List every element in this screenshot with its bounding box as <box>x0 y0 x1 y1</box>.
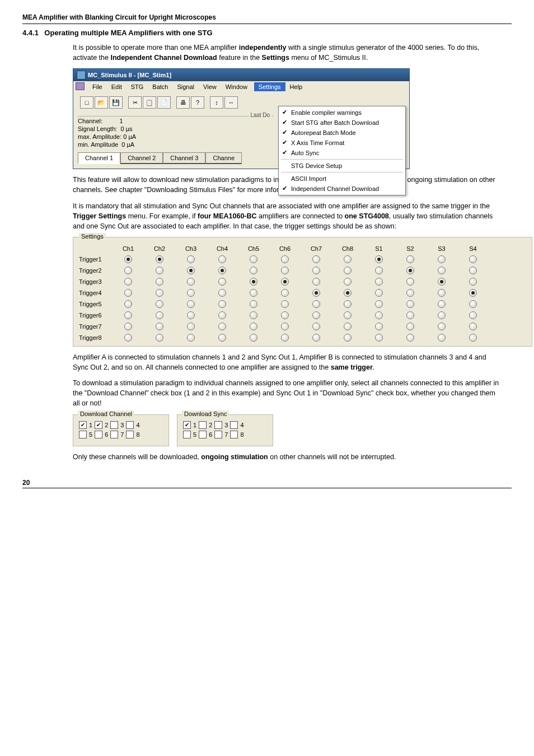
radio-button[interactable] <box>250 278 257 286</box>
radio-button[interactable] <box>438 289 446 297</box>
radio-button[interactable] <box>438 255 446 263</box>
radio-button[interactable] <box>438 311 446 319</box>
radio-button[interactable] <box>344 255 352 263</box>
radio-button[interactable] <box>156 278 163 286</box>
radio-button[interactable] <box>469 334 477 342</box>
dl-sync-checkbox-3[interactable] <box>214 421 222 429</box>
radio-button[interactable] <box>406 267 414 274</box>
radio-button[interactable] <box>124 300 132 308</box>
down-icon[interactable]: ↕ <box>210 96 223 109</box>
di-start-stg-after-batch[interactable]: ✔Start STG after Batch Download <box>279 118 405 128</box>
radio-button[interactable] <box>218 300 226 308</box>
dl-channel-checkbox-5[interactable] <box>79 431 87 438</box>
menu-edit[interactable]: Edit <box>107 82 127 91</box>
radio-button[interactable] <box>124 311 132 319</box>
dl-channel-checkbox-1[interactable] <box>79 421 87 429</box>
radio-button[interactable] <box>250 255 257 263</box>
radio-button[interactable] <box>281 255 289 263</box>
radio-button[interactable] <box>187 311 195 319</box>
radio-button[interactable] <box>156 255 163 263</box>
radio-button[interactable] <box>124 267 132 274</box>
radio-button[interactable] <box>344 334 352 342</box>
menu-batch[interactable]: Batch <box>148 82 172 91</box>
radio-button[interactable] <box>375 255 383 263</box>
di-auto-sync[interactable]: ✔Auto Sync <box>279 148 405 158</box>
radio-button[interactable] <box>312 311 320 319</box>
radio-button[interactable] <box>124 255 132 263</box>
menu-settings[interactable]: Settings <box>254 82 285 91</box>
dl-channel-checkbox-7[interactable] <box>110 431 118 438</box>
radio-button[interactable] <box>406 255 414 263</box>
radio-button[interactable] <box>312 289 320 297</box>
dl-sync-checkbox-8[interactable] <box>230 431 238 438</box>
menu-file[interactable]: File <box>88 82 107 91</box>
radio-button[interactable] <box>312 278 320 286</box>
radio-button[interactable] <box>281 311 289 319</box>
di-autorepeat-batch[interactable]: ✔Autorepeat Batch Mode <box>279 128 405 138</box>
radio-button[interactable] <box>187 334 195 342</box>
dl-sync-checkbox-7[interactable] <box>214 431 222 438</box>
radio-button[interactable] <box>124 289 132 297</box>
radio-button[interactable] <box>218 255 226 263</box>
save-icon[interactable]: 💾 <box>109 96 123 109</box>
radio-button[interactable] <box>406 289 414 297</box>
radio-button[interactable] <box>281 278 289 286</box>
radio-button[interactable] <box>406 311 414 319</box>
dl-channel-checkbox-2[interactable] <box>95 421 102 429</box>
radio-button[interactable] <box>469 323 477 330</box>
radio-button[interactable] <box>469 267 477 274</box>
radio-button[interactable] <box>218 267 226 274</box>
radio-button[interactable] <box>438 323 446 330</box>
radio-button[interactable] <box>281 334 289 342</box>
menu-help[interactable]: Help <box>285 82 307 91</box>
radio-button[interactable] <box>156 300 163 308</box>
radio-button[interactable] <box>406 323 414 330</box>
radio-button[interactable] <box>344 300 352 308</box>
di-ascii-import[interactable]: ASCII Import <box>279 174 405 184</box>
radio-button[interactable] <box>250 334 257 342</box>
menu-stg[interactable]: STG <box>127 82 148 91</box>
radio-button[interactable] <box>281 289 289 297</box>
di-stg-device-setup[interactable]: STG Device Setup <box>279 161 405 171</box>
radio-button[interactable] <box>187 300 195 308</box>
radio-button[interactable] <box>218 278 226 286</box>
radio-button[interactable] <box>375 311 383 319</box>
radio-button[interactable] <box>469 311 477 319</box>
tab-channel-3[interactable]: Channel 3 <box>163 152 205 164</box>
radio-button[interactable] <box>281 267 289 274</box>
radio-button[interactable] <box>344 267 352 274</box>
menu-window[interactable]: Window <box>221 82 252 91</box>
help-icon[interactable]: ? <box>191 96 204 109</box>
radio-button[interactable] <box>344 311 352 319</box>
dl-channel-checkbox-8[interactable] <box>126 431 134 438</box>
radio-button[interactable] <box>344 289 352 297</box>
radio-button[interactable] <box>218 334 226 342</box>
dl-sync-checkbox-5[interactable] <box>183 431 191 438</box>
radio-button[interactable] <box>156 323 163 330</box>
radio-button[interactable] <box>187 255 195 263</box>
di-x-axis-time-format[interactable]: ✔X Axis Time Format <box>279 138 405 148</box>
radio-button[interactable] <box>344 323 352 330</box>
radio-button[interactable] <box>250 267 257 274</box>
cut-icon[interactable]: ✂ <box>128 96 142 109</box>
dl-channel-checkbox-3[interactable] <box>110 421 118 429</box>
radio-button[interactable] <box>218 311 226 319</box>
radio-button[interactable] <box>438 334 446 342</box>
radio-button[interactable] <box>187 267 195 274</box>
radio-button[interactable] <box>438 278 446 286</box>
radio-button[interactable] <box>124 334 132 342</box>
radio-button[interactable] <box>218 289 226 297</box>
radio-button[interactable] <box>469 255 477 263</box>
radio-button[interactable] <box>438 267 446 274</box>
radio-button[interactable] <box>438 300 446 308</box>
radio-button[interactable] <box>281 323 289 330</box>
radio-button[interactable] <box>406 334 414 342</box>
radio-button[interactable] <box>312 323 320 330</box>
radio-button[interactable] <box>281 300 289 308</box>
radio-button[interactable] <box>250 289 257 297</box>
tab-channel-1[interactable]: Channel 1 <box>78 152 120 164</box>
open-icon[interactable]: 📂 <box>95 96 108 109</box>
radio-button[interactable] <box>406 278 414 286</box>
radio-button[interactable] <box>312 300 320 308</box>
dl-channel-checkbox-6[interactable] <box>95 431 102 438</box>
